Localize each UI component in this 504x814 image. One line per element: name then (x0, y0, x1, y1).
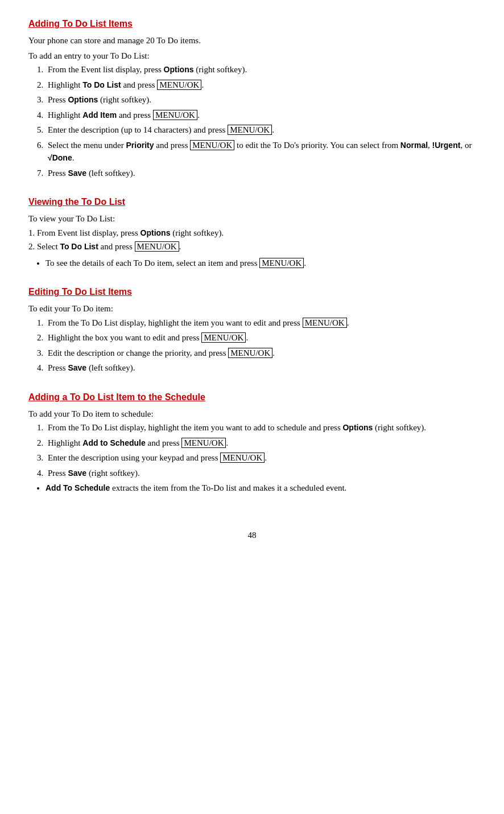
menu-ok-kbd-2: MENU/OK (153, 110, 197, 120)
section-adding-todo: Adding To Do List Items Your phone can s… (28, 17, 476, 179)
adding-todo-steps: From the Event list display, press Optio… (46, 63, 476, 179)
list-item: From the Event list display, press Optio… (46, 63, 476, 76)
save-bold-e: Save (68, 363, 86, 372)
editing-intro: To edit your To Do item: (28, 302, 476, 315)
list-item: From the To Do List display, highlight t… (46, 316, 476, 330)
page-content: Adding To Do List Items Your phone can s… (28, 17, 476, 541)
section-title-viewing-todo: Viewing the To Do List (28, 195, 476, 209)
editing-todo-steps: From the To Do List display, highlight t… (46, 316, 476, 375)
list-item: Add To Schedule extracts the item from t… (46, 482, 476, 495)
menu-ok-kbd-s2: MENU/OK (181, 438, 226, 448)
menu-ok-kbd-v2: MENU/OK (259, 258, 304, 268)
list-item: Select the menu under Priority and press… (46, 139, 476, 165)
list-item: Press Save (left softkey). (46, 167, 476, 180)
list-item: Press Save (right softkey). (46, 467, 476, 480)
options-bold-2: Options (68, 95, 98, 104)
list-item: To see the details of each To Do item, s… (46, 257, 476, 270)
priority-bold: Priority (126, 141, 154, 150)
urgent-bold: !Urgent (432, 141, 461, 150)
menu-ok-kbd-s3: MENU/OK (220, 453, 265, 463)
section-intro-1: Your phone can store and manage 20 To Do… (28, 34, 476, 47)
section-adding-schedule: Adding a To Do List Item to the Schedule… (28, 390, 476, 495)
list-item: Press Save (left softkey). (46, 361, 476, 375)
schedule-intro: To add your To Do item to schedule: (28, 408, 476, 421)
normal-bold: Normal (400, 141, 428, 150)
list-item: Highlight To Do List and press MENU/OK. (46, 79, 476, 92)
menu-ok-kbd: MENU/OK (157, 80, 201, 90)
add-to-schedule-bold-b: Add To Schedule (46, 483, 110, 492)
options-bold-s1: Options (342, 423, 373, 432)
options-bold-v1: Options (141, 228, 171, 237)
list-item: From the To Do List display, highlight t… (46, 421, 476, 434)
menu-ok-kbd-e2: MENU/OK (201, 332, 246, 343)
viewing-bullets: To see the details of each To Do item, s… (46, 257, 476, 270)
menu-ok-kbd-e3: MENU/OK (228, 348, 272, 358)
menu-ok-kbd-e1: MENU/OK (303, 318, 347, 328)
viewing-step-2: 2. Select To Do List and press MENU/OK. (28, 240, 476, 253)
list-item: Edit the description or change the prior… (46, 347, 476, 360)
schedule-steps: From the To Do List display, highlight t… (46, 421, 476, 479)
list-item: Enter the description (up to 14 characte… (46, 124, 476, 137)
section-editing-todo: Editing To Do List Items To edit your To… (28, 285, 476, 375)
section-title-adding-todo: Adding To Do List Items (28, 17, 476, 31)
section-title-editing-todo: Editing To Do List Items (28, 285, 476, 299)
todo-list-bold: To Do List (82, 80, 121, 89)
todo-list-bold-v: To Do List (60, 242, 98, 251)
add-item-bold: Add Item (82, 110, 117, 120)
section-title-adding-schedule: Adding a To Do List Item to the Schedule (28, 390, 476, 404)
section-viewing-todo: Viewing the To Do List To view your To D… (28, 195, 476, 269)
page-number: 48 (28, 529, 476, 542)
save-bold: Save (68, 168, 86, 178)
list-item: Highlight Add to Schedule and press MENU… (46, 437, 476, 450)
menu-ok-kbd-4: MENU/OK (190, 140, 234, 150)
menu-ok-kbd-v: MENU/OK (135, 241, 179, 252)
section-intro-2: To add an entry to your To Do List: (28, 50, 476, 63)
save-bold-s: Save (68, 468, 86, 478)
done-bold: √Done (48, 153, 72, 162)
menu-ok-kbd-3: MENU/OK (228, 125, 272, 135)
viewing-step-1: 1. From Event list display, press Option… (28, 227, 476, 240)
add-to-schedule-bold: Add to Schedule (82, 438, 145, 447)
schedule-bullets: Add To Schedule extracts the item from t… (46, 482, 476, 495)
viewing-intro: To view your To Do List: (28, 212, 476, 225)
options-bold: Options (164, 65, 194, 74)
list-item: Highlight Add Item and press MENU/OK. (46, 109, 476, 122)
list-item: Highlight the box you want to edit and p… (46, 331, 476, 344)
list-item: Enter the description using your keypad … (46, 451, 476, 464)
list-item: Press Options (right softkey). (46, 93, 476, 106)
